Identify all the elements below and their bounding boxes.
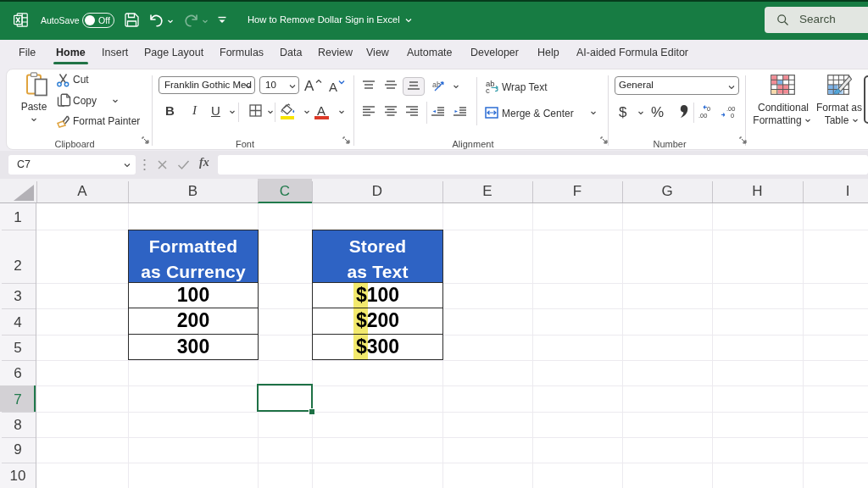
svg-text:ab: ab — [432, 80, 441, 89]
svg-text:c: c — [486, 86, 490, 94]
svg-text:0: 0 — [731, 112, 734, 119]
svg-text:0: 0 — [707, 105, 710, 113]
svg-text:.00: .00 — [698, 112, 707, 119]
